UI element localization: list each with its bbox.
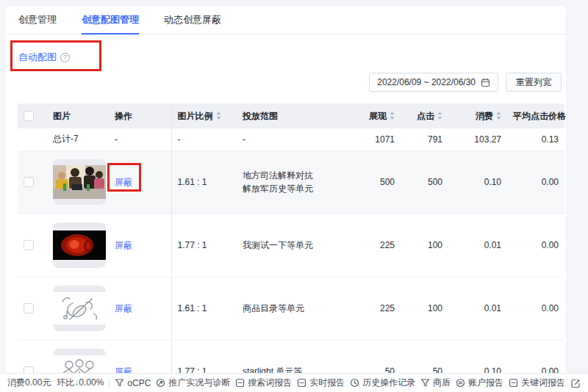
- ratio-cell: 1.61 : 1: [171, 277, 237, 340]
- select-all-checkbox[interactable]: [24, 111, 34, 121]
- row-checkbox[interactable]: [24, 240, 34, 250]
- total-cost: 103.27: [448, 128, 507, 150]
- total-ratio: -: [171, 128, 237, 150]
- clicks-cell: 100: [401, 214, 448, 277]
- sort-icon[interactable]: [437, 112, 442, 122]
- footer-item-realtime-report[interactable]: 实时报告: [297, 377, 345, 389]
- table-controls: 2022/06/09 ~ 2022/06/30 重置列宽: [369, 73, 562, 92]
- table-total-row: 总计-7 - - - 1071 791 103.27 0.13: [18, 128, 564, 150]
- footer-item-keyword-report[interactable]: 关键词报告: [509, 377, 565, 389]
- thumbnail-red-scan-image: [53, 222, 106, 268]
- table-row: 屏蔽 1.77 : 1 starlight 单元等 50 50 0.10 0.0…: [18, 340, 564, 373]
- total-label: 总计-7: [47, 128, 109, 150]
- history-clock-icon: [350, 378, 359, 388]
- total-action: -: [109, 128, 171, 150]
- tab-dynamic-creative-block[interactable]: 动态创意屏蔽: [164, 6, 221, 34]
- filter-icon: [420, 378, 430, 388]
- row-checkbox[interactable]: [24, 177, 34, 187]
- report-circle-icon: [456, 378, 465, 388]
- impressions-cell: 50: [345, 340, 401, 373]
- content-card: 创意管理 创意配图管理 动态创意屏蔽 自动配图 ? 2022/06/09 ~ 2…: [6, 6, 566, 373]
- footer-item-search-term-report[interactable]: 搜索词报告: [235, 377, 292, 389]
- date-range-picker[interactable]: 2022/06/09 ~ 2022/06/30: [369, 73, 498, 92]
- filter-icon: [115, 378, 124, 388]
- cost-cell: 0.10: [448, 150, 507, 214]
- impressions-cell: 225: [345, 214, 401, 277]
- tab-creative-image-management[interactable]: 创意配图管理: [82, 6, 139, 34]
- trend: 环比↓0.00%: [57, 377, 104, 389]
- bottom-status-bar: 消费0.00元 环比↓0.00% oCPC 推广实况与诊断 搜索词报告 实时报告: [0, 373, 588, 392]
- total-scope: -: [237, 128, 345, 150]
- avg-cpc-cell: 0.00: [507, 277, 564, 340]
- scope-cell: 商品目录等单元: [237, 277, 345, 340]
- column-action: 操作: [109, 104, 171, 128]
- document-icon: [235, 378, 245, 388]
- thumbnail-violin-sketch: [53, 286, 106, 331]
- edit-icon[interactable]: [570, 378, 581, 388]
- cost-summary: 消费0.00元 环比↓0.00%: [7, 377, 104, 389]
- footer-item-account-report[interactable]: 账户报告: [456, 377, 503, 389]
- column-image: 图片: [47, 104, 109, 128]
- document-icon: [297, 378, 306, 388]
- calendar-icon: [481, 78, 490, 87]
- clicks-cell: 500: [401, 150, 448, 214]
- column-ratio[interactable]: 图片比例: [171, 104, 237, 128]
- footer-item-ocpc[interactable]: oCPC: [115, 378, 151, 388]
- cost-cell: 0.01: [448, 214, 507, 277]
- column-scope: 投放范围: [237, 104, 345, 128]
- help-icon[interactable]: ?: [60, 53, 70, 62]
- footer-item-history-log[interactable]: 历史操作记录: [350, 377, 415, 389]
- footer-divider: [109, 378, 110, 388]
- total-avg-cpc: 0.13: [507, 128, 564, 150]
- table-header-row: 图片 操作 图片比例 投放范围 展现 点击 消费 平均点击价格: [18, 104, 564, 128]
- avg-cpc-cell: 0.00: [507, 150, 564, 214]
- table-row: 屏蔽 1.61 : 1 商品目录等单元 225 100 0.01 0.00: [18, 277, 564, 340]
- row-checkbox[interactable]: [24, 366, 34, 373]
- creative-image-table: 图片 操作 图片比例 投放范围 展现 点击 消费 平均点击价格 总计-7 - -: [18, 104, 564, 373]
- compass-icon: [156, 378, 165, 388]
- cost-value: 消费0.00元: [7, 377, 51, 389]
- header-checkbox-cell: [18, 104, 47, 128]
- ratio-cell: 1.77 : 1: [171, 214, 237, 277]
- tab-creative-management[interactable]: 创意管理: [18, 6, 57, 34]
- footer-item-shield[interactable]: 商盾: [420, 377, 451, 389]
- auto-match-link[interactable]: 自动配图 ?: [18, 51, 70, 64]
- total-clicks: 791: [401, 128, 448, 150]
- total-impressions: 1071: [345, 128, 401, 150]
- footer-item-promotion-diagnosis[interactable]: 推广实况与诊断: [156, 377, 230, 389]
- scope-cell: 地方司法解释对抗 解放军历史等单元: [237, 150, 345, 214]
- table-row: 屏蔽 1.61 : 1 地方司法解释对抗 解放军历史等单元 500 500 0.…: [18, 150, 564, 214]
- document-icon: [509, 378, 518, 388]
- impressions-cell: 225: [345, 277, 401, 340]
- cost-cell: 0.01: [448, 277, 507, 340]
- sort-icon[interactable]: [496, 112, 501, 122]
- thumbnail-doodle-sketch: [53, 349, 106, 373]
- thumbnail-meeting-photo: [53, 159, 106, 205]
- scope-cell: starlight 单元等: [237, 340, 345, 373]
- block-link[interactable]: 屏蔽: [115, 177, 132, 187]
- column-impressions[interactable]: 展现: [345, 104, 401, 128]
- sort-icon[interactable]: [390, 112, 395, 122]
- cost-cell: 0.10: [448, 340, 507, 373]
- clicks-cell: 50: [401, 340, 448, 373]
- date-range-value: 2022/06/09 ~ 2022/06/30: [377, 77, 476, 87]
- clicks-cell: 100: [401, 277, 448, 340]
- ratio-cell: 1.61 : 1: [171, 150, 237, 214]
- reset-column-width-button[interactable]: 重置列宽: [506, 73, 562, 92]
- block-link[interactable]: 屏蔽: [115, 240, 132, 250]
- tab-bar: 创意管理 创意配图管理 动态创意屏蔽: [6, 6, 566, 35]
- row-checkbox[interactable]: [24, 303, 34, 313]
- avg-cpc-cell: 0.00: [507, 214, 564, 277]
- block-link[interactable]: 屏蔽: [115, 366, 132, 374]
- table-row: 屏蔽 1.77 : 1 我测试一下等单元 225 100 0.01 0.00: [18, 214, 564, 277]
- sort-icon[interactable]: [216, 112, 221, 122]
- auto-match-label: 自动配图: [18, 51, 57, 64]
- column-clicks[interactable]: 点击: [401, 104, 448, 128]
- column-cost[interactable]: 消费: [448, 104, 507, 128]
- scope-cell: 我测试一下等单元: [237, 214, 345, 277]
- avg-cpc-cell: 0.00: [507, 340, 564, 373]
- block-link[interactable]: 屏蔽: [115, 303, 132, 313]
- impressions-cell: 500: [345, 150, 401, 214]
- column-avg-cpc[interactable]: 平均点击价格: [507, 104, 564, 128]
- ratio-cell: 1.77 : 1: [171, 340, 237, 373]
